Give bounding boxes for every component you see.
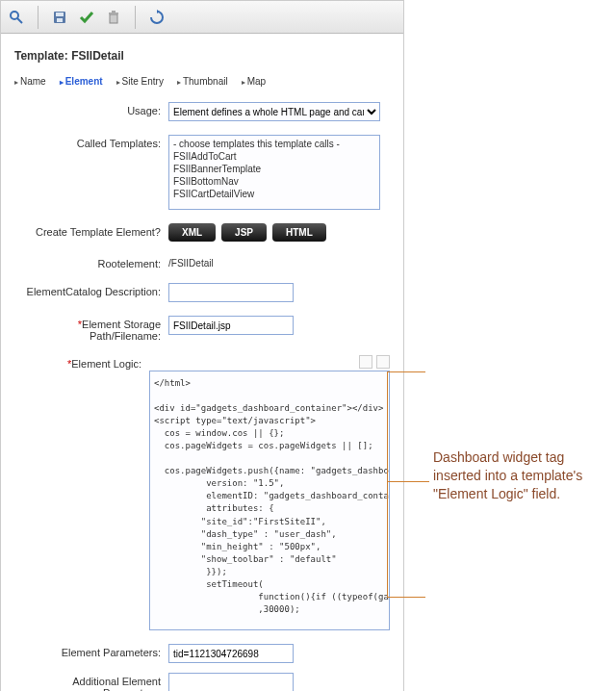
save-icon[interactable] <box>50 8 69 27</box>
callout-connector <box>387 481 429 482</box>
inspect-icon[interactable] <box>7 8 26 27</box>
callout-connector <box>387 371 425 372</box>
jsp-button[interactable]: JSP <box>221 223 267 242</box>
additional-element-parameters-input[interactable] <box>168 673 294 691</box>
list-item[interactable]: - choose templates this template calls - <box>171 138 377 150</box>
list-item[interactable]: FSIICartDetailView <box>171 188 377 200</box>
svg-line-1 <box>17 18 22 23</box>
toolbar-separator <box>38 6 38 29</box>
elementcatalog-desc-input[interactable] <box>168 283 294 302</box>
create-template-buttons: XML JSP HTML <box>168 223 390 242</box>
svg-rect-6 <box>109 13 118 14</box>
svg-rect-3 <box>56 13 64 16</box>
list-item[interactable]: FSIIAddToCart <box>171 150 377 163</box>
element-parameters-label: Element Parameters: <box>14 644 168 658</box>
tab-thumbnail[interactable]: Thumbnail <box>177 76 228 87</box>
element-logic-code[interactable]: </html> <div id="gadgets_dashboard_conta… <box>149 371 390 630</box>
usage-label: Usage: <box>14 102 168 116</box>
callout-connector <box>387 597 425 598</box>
refresh-icon[interactable] <box>147 8 167 27</box>
title-value: FSIIDetail <box>71 49 124 63</box>
approve-icon[interactable] <box>77 8 96 27</box>
callout-connector <box>387 371 388 597</box>
delete-icon[interactable] <box>104 8 123 27</box>
template-editor-panel: Template: FSIIDetail Name Element Site E… <box>0 0 404 691</box>
element-parameters-input[interactable] <box>168 644 294 663</box>
toolbar <box>1 1 403 34</box>
xml-button[interactable]: XML <box>168 223 216 242</box>
tab-name[interactable]: Name <box>14 76 46 87</box>
called-templates-list[interactable]: - choose templates this template calls -… <box>168 135 380 210</box>
page-title: Template: FSIIDetail <box>14 49 390 63</box>
called-templates-label: Called Templates: <box>14 135 168 149</box>
svg-point-0 <box>11 12 18 19</box>
element-logic-box: </html> <div id="gadgets_dashboard_conta… <box>149 355 390 630</box>
list-item[interactable]: FSIIBottomNav <box>171 175 377 188</box>
rootelement-label: Rootelement: <box>14 255 168 269</box>
svg-rect-4 <box>57 18 63 22</box>
collapse-icon[interactable] <box>376 355 390 369</box>
logic-toolbar <box>149 355 390 369</box>
toolbar-separator <box>135 6 136 29</box>
html-button[interactable]: HTML <box>272 223 326 242</box>
expand-icon[interactable] <box>359 355 372 369</box>
annotation-text: Dashboard widget tag inserted into a tem… <box>433 448 597 503</box>
element-storage-label: *Element Storage Path/Filename: <box>14 316 168 342</box>
tab-site-entry[interactable]: Site Entry <box>116 76 164 87</box>
rootelement-value: /FSIIDetail <box>168 255 390 269</box>
svg-rect-7 <box>112 11 116 13</box>
usage-select[interactable]: Element defines a whole HTML page and ca… <box>168 102 380 121</box>
svg-rect-5 <box>110 14 117 23</box>
form-content: Template: FSIIDetail Name Element Site E… <box>1 34 403 691</box>
tab-element[interactable]: Element <box>60 76 103 87</box>
title-prefix: Template: <box>14 49 68 63</box>
additional-element-parameters-label: Additional Element Parameters: <box>14 673 168 691</box>
tabs: Name Element Site Entry Thumbnail Map <box>14 76 390 87</box>
element-storage-input[interactable] <box>168 316 294 335</box>
tab-map[interactable]: Map <box>242 76 266 87</box>
create-template-element-label: Create Template Element? <box>14 223 168 238</box>
annotation-column: Dashboard widget tag inserted into a tem… <box>404 0 616 691</box>
elementcatalog-desc-label: ElementCatalog Description: <box>14 283 168 297</box>
list-item[interactable]: FSIIBannerTemplate <box>171 163 377 175</box>
element-logic-label: *Element Logic: <box>14 355 149 370</box>
